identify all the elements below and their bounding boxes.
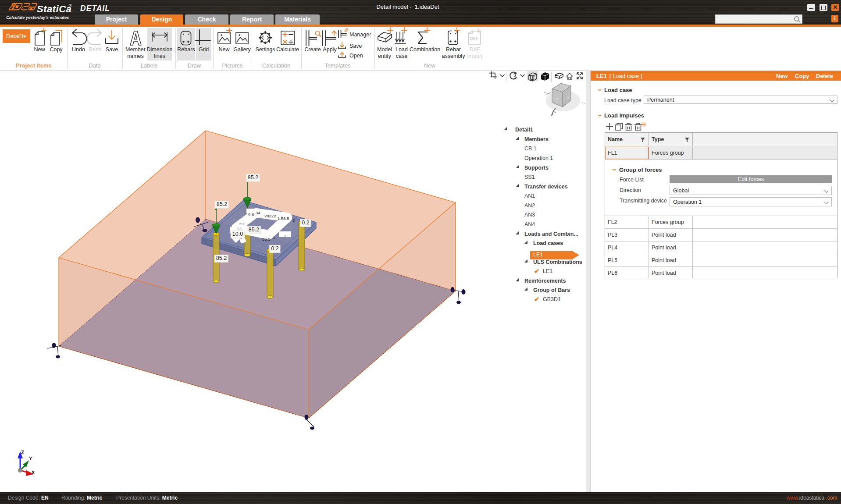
svg-text:3: 3 (273, 235, 275, 240)
svg-text:7: 7 (260, 216, 262, 220)
svg-text:37: 37 (245, 242, 249, 246)
svg-text:DXF: DXF (470, 36, 478, 41)
svg-text:Z: Z (21, 450, 24, 455)
svg-text:1.56.5: 1.56.5 (278, 216, 289, 221)
svg-text:4.4: 4.4 (237, 227, 242, 231)
svg-text:Y: Y (29, 456, 32, 461)
svg-text:21: 21 (233, 218, 237, 222)
svg-text:34: 34 (256, 210, 260, 215)
svg-text:z: z (565, 85, 567, 89)
svg-text:888: 888 (286, 226, 292, 230)
svg-text:5: 5 (241, 215, 243, 219)
svg-text:03: 03 (257, 244, 260, 248)
svg-text:Y: Y (556, 97, 558, 101)
svg-text:28222: 28222 (264, 213, 276, 218)
svg-text:X: X (32, 470, 35, 475)
svg-text:3: 3 (292, 218, 295, 223)
svg-text:211: 211 (239, 222, 245, 226)
svg-text:9.6: 9.6 (248, 212, 254, 217)
svg-text:x: x (567, 96, 569, 99)
svg-text:55.5: 55.5 (262, 237, 271, 241)
svg-text:8: 8 (284, 234, 286, 238)
